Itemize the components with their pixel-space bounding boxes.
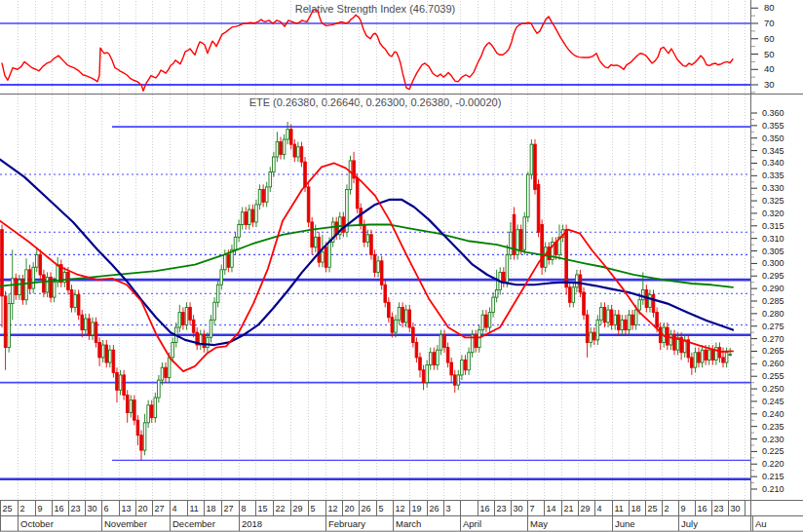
svg-text:27: 27 bbox=[155, 504, 165, 513]
svg-text:11: 11 bbox=[190, 504, 199, 513]
svg-text:May: May bbox=[530, 518, 548, 529]
svg-text:2: 2 bbox=[20, 504, 25, 513]
svg-text:13: 13 bbox=[122, 504, 132, 513]
svg-text:3: 3 bbox=[446, 504, 451, 513]
svg-text:30: 30 bbox=[514, 504, 523, 513]
price-axis: 0.3600.3550.3500.3450.3400.3350.3300.325… bbox=[751, 108, 784, 494]
svg-text:27: 27 bbox=[224, 504, 234, 513]
svg-text:23: 23 bbox=[71, 504, 81, 513]
svg-text:26: 26 bbox=[362, 504, 371, 513]
svg-text:21: 21 bbox=[564, 504, 574, 513]
svg-text:25: 25 bbox=[3, 504, 13, 513]
svg-text:0.220: 0.220 bbox=[762, 459, 784, 469]
svg-text:0.215: 0.215 bbox=[762, 472, 784, 481]
svg-text:30: 30 bbox=[731, 504, 741, 513]
svg-text:60: 60 bbox=[764, 33, 775, 44]
svg-text:9: 9 bbox=[38, 504, 43, 513]
svg-text:0.330: 0.330 bbox=[762, 183, 784, 193]
svg-text:4: 4 bbox=[597, 504, 602, 513]
svg-text:16: 16 bbox=[55, 504, 64, 513]
svg-text:0.280: 0.280 bbox=[762, 309, 784, 319]
svg-text:0.230: 0.230 bbox=[762, 435, 784, 444]
svg-text:0.275: 0.275 bbox=[762, 322, 784, 331]
svg-text:6: 6 bbox=[104, 504, 109, 513]
svg-text:0.325: 0.325 bbox=[762, 196, 784, 206]
svg-text:18: 18 bbox=[207, 504, 216, 513]
svg-text:30: 30 bbox=[764, 79, 775, 90]
svg-text:October: October bbox=[20, 518, 54, 529]
svg-text:0.300: 0.300 bbox=[762, 258, 784, 268]
ma-fast-red-line bbox=[0, 163, 733, 371]
svg-text:0.350: 0.350 bbox=[762, 133, 784, 143]
svg-text:0.340: 0.340 bbox=[762, 158, 784, 168]
svg-text:November: November bbox=[104, 518, 147, 529]
svg-text:11: 11 bbox=[615, 504, 624, 513]
svg-text:0.240: 0.240 bbox=[762, 409, 784, 419]
svg-text:0.250: 0.250 bbox=[762, 384, 784, 394]
svg-text:0.320: 0.320 bbox=[762, 209, 784, 218]
svg-text:23: 23 bbox=[497, 504, 507, 513]
svg-text:80: 80 bbox=[764, 2, 775, 13]
week-label-row: 2529162330613202741118278152229512202651… bbox=[1, 500, 746, 515]
svg-text:15: 15 bbox=[258, 504, 268, 513]
stock-chart-window: Relative Strength Index (46.7039) ETE (0… bbox=[0, 0, 803, 532]
svg-text:Au: Au bbox=[755, 518, 767, 529]
svg-text:0.290: 0.290 bbox=[762, 284, 784, 293]
svg-text:0.225: 0.225 bbox=[762, 446, 784, 456]
svg-text:December: December bbox=[172, 518, 215, 529]
svg-text:February: February bbox=[328, 518, 365, 529]
svg-text:16: 16 bbox=[698, 504, 707, 513]
svg-text:29: 29 bbox=[293, 504, 303, 513]
svg-text:0.265: 0.265 bbox=[762, 346, 784, 356]
svg-text:0.360: 0.360 bbox=[762, 108, 784, 118]
svg-text:12: 12 bbox=[396, 504, 405, 513]
svg-text:0.270: 0.270 bbox=[762, 334, 784, 344]
svg-text:0.345: 0.345 bbox=[762, 146, 784, 156]
svg-text:0.310: 0.310 bbox=[762, 234, 784, 244]
month-label-row: OctoberNovemberDecember2018FebruaryMarch… bbox=[19, 515, 767, 531]
svg-text:0.235: 0.235 bbox=[762, 422, 784, 432]
svg-text:0.295: 0.295 bbox=[762, 271, 784, 281]
svg-text:25: 25 bbox=[648, 504, 658, 513]
rsi-axis: 807060504030 bbox=[751, 2, 775, 93]
svg-text:0.355: 0.355 bbox=[762, 121, 784, 131]
svg-text:20: 20 bbox=[345, 504, 355, 513]
svg-text:7: 7 bbox=[530, 504, 535, 513]
svg-text:16: 16 bbox=[480, 504, 490, 513]
svg-text:26: 26 bbox=[430, 504, 440, 513]
svg-text:20: 20 bbox=[138, 504, 148, 513]
svg-text:22: 22 bbox=[276, 504, 286, 513]
svg-text:30: 30 bbox=[88, 504, 97, 513]
svg-text:5: 5 bbox=[379, 504, 384, 513]
svg-text:2018: 2018 bbox=[242, 518, 262, 529]
svg-text:July: July bbox=[681, 518, 698, 529]
svg-text:0.260: 0.260 bbox=[762, 359, 784, 368]
svg-text:23: 23 bbox=[714, 504, 724, 513]
svg-text:14: 14 bbox=[547, 504, 556, 513]
svg-text:70: 70 bbox=[764, 18, 775, 28]
rsi-threshold-lines bbox=[0, 23, 750, 85]
svg-text:0.255: 0.255 bbox=[762, 371, 784, 381]
rsi-series-line bbox=[2, 10, 733, 91]
svg-text:June: June bbox=[615, 518, 635, 529]
svg-text:29: 29 bbox=[581, 504, 591, 513]
svg-text:12: 12 bbox=[328, 504, 338, 513]
svg-text:5: 5 bbox=[311, 504, 316, 513]
svg-text:0.245: 0.245 bbox=[762, 397, 784, 406]
svg-text:0.335: 0.335 bbox=[762, 171, 784, 180]
svg-text:40: 40 bbox=[764, 63, 775, 74]
svg-text:19: 19 bbox=[412, 504, 422, 513]
svg-text:April: April bbox=[463, 518, 481, 529]
svg-text:0.285: 0.285 bbox=[762, 296, 784, 306]
svg-text:0.315: 0.315 bbox=[762, 221, 784, 231]
svg-text:18: 18 bbox=[631, 504, 641, 513]
chart-canvas: 8070605040300.3600.3550.3500.3450.3400.3… bbox=[0, 0, 803, 532]
svg-text:2: 2 bbox=[665, 504, 669, 513]
svg-text:8: 8 bbox=[242, 504, 247, 513]
svg-text:March: March bbox=[396, 518, 421, 529]
svg-text:50: 50 bbox=[764, 49, 775, 59]
svg-text:4: 4 bbox=[172, 504, 177, 513]
frame-lines bbox=[0, 0, 803, 531]
svg-text:0.210: 0.210 bbox=[762, 484, 784, 494]
svg-text:9: 9 bbox=[681, 504, 686, 513]
